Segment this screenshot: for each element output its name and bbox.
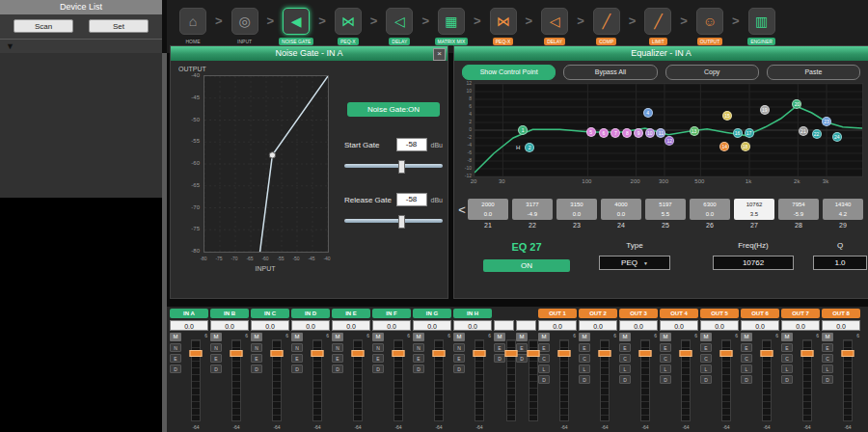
- process-button-c[interactable]: C: [822, 354, 833, 363]
- mute-button[interactable]: M: [413, 333, 424, 341]
- eq-point-22[interactable]: 22: [812, 129, 822, 139]
- fader-thumb[interactable]: [720, 350, 733, 357]
- eq-point-5[interactable]: 5: [586, 127, 596, 137]
- process-button-l[interactable]: L: [822, 364, 833, 373]
- channel-label[interactable]: OUT 5: [700, 309, 739, 318]
- eq-point-15[interactable]: 15: [722, 111, 732, 121]
- channel-fader[interactable]: 6-64: [673, 333, 698, 430]
- mute-button[interactable]: M: [516, 333, 528, 341]
- process-button-d[interactable]: D: [372, 364, 384, 373]
- eq-point-18[interactable]: 18: [741, 142, 750, 151]
- fader-thumb[interactable]: [842, 350, 854, 357]
- process-button-c[interactable]: C: [781, 354, 793, 363]
- eq-point-4[interactable]: 4: [643, 108, 653, 118]
- process-button-d[interactable]: D: [453, 364, 465, 373]
- process-button-e[interactable]: E: [822, 343, 833, 352]
- mute-button[interactable]: M: [291, 333, 303, 341]
- process-button-n[interactable]: N: [251, 343, 262, 352]
- channel-gain-value[interactable]: 0.0: [660, 320, 698, 331]
- eq-band-cell-25[interactable]: 51975.525: [645, 199, 686, 229]
- process-button-l[interactable]: L: [700, 364, 712, 373]
- fader-thumb[interactable]: [231, 350, 243, 357]
- channel-label[interactable]: OUT 6: [741, 309, 779, 318]
- channel-label[interactable]: OUT 1: [538, 309, 577, 318]
- fader-thumb[interactable]: [504, 350, 517, 357]
- eq-point-6[interactable]: 6: [599, 128, 609, 138]
- channel-label[interactable]: IN F: [372, 309, 411, 318]
- process-button-d[interactable]: D: [291, 364, 303, 373]
- fader-thumb[interactable]: [558, 350, 571, 357]
- start-gate-value[interactable]: -58: [396, 138, 427, 151]
- channel-label[interactable]: OUT 3: [619, 309, 658, 318]
- process-button-l[interactable]: L: [660, 364, 671, 373]
- mute-button[interactable]: M: [453, 333, 465, 341]
- channel-label[interactable]: OUT 2: [579, 309, 617, 318]
- channel-gain-value[interactable]: 0.0: [251, 320, 289, 331]
- fader-thumb[interactable]: [312, 350, 324, 357]
- eq-on-button[interactable]: ON: [483, 259, 570, 272]
- process-button-d[interactable]: D: [579, 375, 590, 384]
- mute-button[interactable]: M: [700, 333, 712, 341]
- paste-button[interactable]: Paste: [767, 65, 860, 80]
- eq-point-24[interactable]: 24: [832, 132, 842, 142]
- release-gate-slider[interactable]: [344, 215, 443, 227]
- process-button-d[interactable]: D: [741, 375, 752, 384]
- mute-button[interactable]: M: [538, 333, 550, 341]
- channel-fader[interactable]: 6-64: [224, 333, 249, 430]
- device-tree-row[interactable]: ▼: [0, 40, 162, 53]
- process-button-d[interactable]: D: [781, 375, 793, 384]
- fader-thumb[interactable]: [433, 350, 446, 357]
- eq-band-cell-21[interactable]: 20000.021: [468, 199, 508, 229]
- process-button-d[interactable]: D: [660, 375, 671, 384]
- mute-button[interactable]: M: [579, 333, 590, 341]
- channel-label[interactable]: IN E: [332, 309, 370, 318]
- mute-button[interactable]: M: [251, 333, 262, 341]
- start-gate-slider[interactable]: [344, 160, 443, 172]
- channel-label[interactable]: IN H: [453, 309, 492, 318]
- mute-button[interactable]: M: [619, 333, 631, 341]
- process-button-e[interactable]: E: [660, 343, 671, 352]
- channel-fader[interactable]: [507, 333, 514, 430]
- channel-fader[interactable]: 6-64: [386, 333, 411, 430]
- process-button-d[interactable]: D: [619, 375, 631, 384]
- process-button-e[interactable]: E: [619, 343, 631, 352]
- channel-label[interactable]: IN A: [170, 309, 208, 318]
- start-gate-slider-track[interactable]: [344, 164, 443, 168]
- toolbar-item-output[interactable]: ☺OUTPUT: [688, 8, 732, 45]
- process-button-c[interactable]: C: [700, 354, 712, 363]
- fader-thumb[interactable]: [393, 350, 405, 357]
- toolbar-item-peq-x[interactable]: ⋈PEQ-X: [481, 8, 526, 45]
- process-button-e[interactable]: E: [453, 354, 465, 363]
- process-button-d[interactable]: D: [170, 364, 181, 373]
- fader-thumb[interactable]: [639, 350, 652, 357]
- toolbar-item-delay[interactable]: ◁DELAY: [532, 8, 577, 45]
- channel-label[interactable]: OUT 4: [660, 309, 698, 318]
- toolbar-item-matrix-mix[interactable]: ▦MATRIX MIX: [429, 8, 474, 45]
- process-button-e[interactable]: E: [538, 343, 550, 352]
- channel-fader[interactable]: 6-64: [835, 333, 860, 430]
- channel-fader[interactable]: 6-64: [552, 333, 577, 430]
- process-button-e[interactable]: E: [579, 343, 590, 352]
- channel-gain-value[interactable]: 0.0: [700, 320, 739, 331]
- fader-thumb[interactable]: [474, 350, 486, 357]
- channel-fader[interactable]: 6-64: [183, 333, 208, 430]
- process-button-n[interactable]: N: [413, 343, 424, 352]
- fader-thumb[interactable]: [352, 350, 365, 357]
- show-control-point-button[interactable]: Show Control Point: [462, 65, 556, 80]
- bypass-all-button[interactable]: Bypass All: [563, 65, 657, 80]
- type-dropdown[interactable]: PEQ ▼: [599, 256, 670, 270]
- channel-fader[interactable]: 6-64: [426, 333, 451, 430]
- eq-band-cell-23[interactable]: 31500.023: [556, 199, 597, 229]
- eq-point-19[interactable]: 19: [760, 105, 770, 115]
- channel-fader[interactable]: 6-64: [754, 333, 779, 430]
- release-gate-value[interactable]: -58: [396, 193, 427, 206]
- toolbar-item-limit[interactable]: ╱LIMIT: [636, 8, 680, 45]
- mute-button[interactable]: M: [660, 333, 671, 341]
- channel-label[interactable]: OUT 8: [822, 309, 860, 318]
- expand-triangle-icon[interactable]: ▼: [6, 42, 14, 51]
- channel-gain-value[interactable]: [494, 320, 514, 331]
- mute-button[interactable]: M: [170, 333, 181, 341]
- channel-gain-value[interactable]: 0.0: [413, 320, 451, 331]
- toolbar-item-enginer[interactable]: ▥ENGINER: [740, 8, 784, 45]
- process-button-l[interactable]: L: [781, 364, 793, 373]
